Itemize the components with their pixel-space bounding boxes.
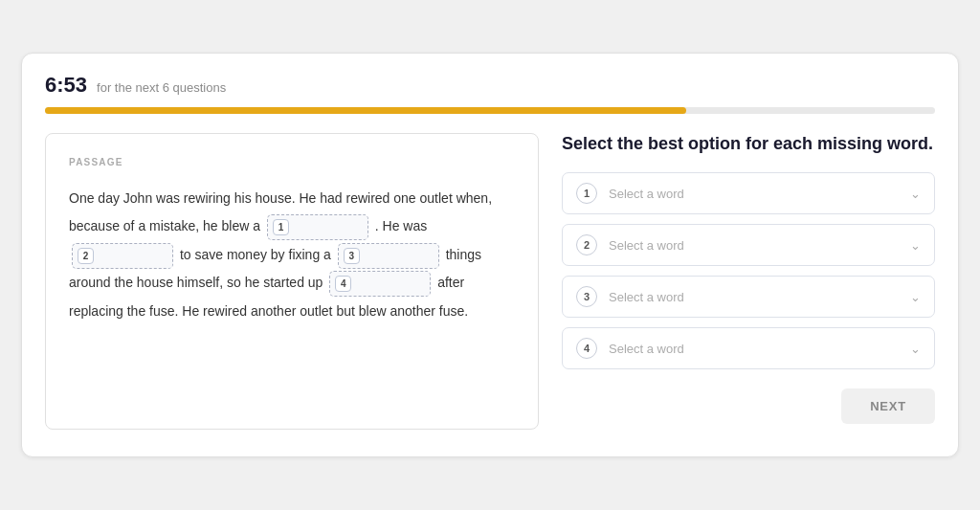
chevron-down-icon-1: ⌄ <box>910 187 921 201</box>
blank-4[interactable]: 4 <box>329 271 431 297</box>
blank-placeholder-3 <box>364 245 431 267</box>
passage-card: PASSAGE One day John was rewiring his ho… <box>45 133 539 430</box>
chevron-down-icon-3: ⌄ <box>910 290 921 304</box>
progress-bar-fill <box>45 107 686 114</box>
dropdown-num-4: 4 <box>576 338 597 359</box>
timer-label: for the next 6 questions <box>97 80 226 95</box>
passage-text: One day John was rewiring his house. He … <box>69 185 515 325</box>
progress-bar-background <box>45 107 935 114</box>
dropdown-1[interactable]: 1 Select a word ⌄ <box>562 172 935 214</box>
passage-label: PASSAGE <box>69 157 515 167</box>
dropdown-placeholder-2: Select a word <box>609 238 899 253</box>
next-button[interactable]: NEXT <box>841 388 935 424</box>
main-card: 6:53 for the next 6 questions PASSAGE On… <box>21 53 959 457</box>
timer-row: 6:53 for the next 6 questions <box>45 73 935 98</box>
passage-segment-2: . He was <box>375 218 427 233</box>
blank-num-1: 1 <box>273 219 289 235</box>
dropdown-4[interactable]: 4 Select a word ⌄ <box>562 327 935 369</box>
dropdown-placeholder-3: Select a word <box>609 290 899 304</box>
blank-3[interactable]: 3 <box>338 243 439 269</box>
right-panel: Select the best option for each missing … <box>562 133 935 424</box>
next-btn-row: NEXT <box>562 388 935 424</box>
blank-placeholder-4 <box>355 273 422 295</box>
dropdown-num-2: 2 <box>576 234 597 255</box>
dropdown-placeholder-1: Select a word <box>609 187 899 201</box>
dropdown-2[interactable]: 2 Select a word ⌄ <box>562 224 935 266</box>
timer-value: 6:53 <box>45 73 87 98</box>
blank-placeholder-2 <box>98 245 165 267</box>
blank-num-3: 3 <box>344 248 360 264</box>
blank-placeholder-1 <box>293 216 360 238</box>
chevron-down-icon-4: ⌄ <box>910 342 921 356</box>
blank-1[interactable]: 1 <box>267 214 368 240</box>
dropdown-num-1: 1 <box>576 183 597 204</box>
passage-segment-3: to save money by fixing a <box>180 247 331 262</box>
blank-num-2: 2 <box>78 248 94 264</box>
blank-num-4: 4 <box>335 276 351 292</box>
dropdown-num-3: 3 <box>576 286 597 307</box>
chevron-down-icon-2: ⌄ <box>910 238 921 253</box>
dropdown-3[interactable]: 3 Select a word ⌄ <box>562 276 935 318</box>
panel-title: Select the best option for each missing … <box>562 133 935 155</box>
main-content: PASSAGE One day John was rewiring his ho… <box>45 133 935 430</box>
dropdown-placeholder-4: Select a word <box>609 342 899 356</box>
blank-2[interactable]: 2 <box>72 243 173 269</box>
